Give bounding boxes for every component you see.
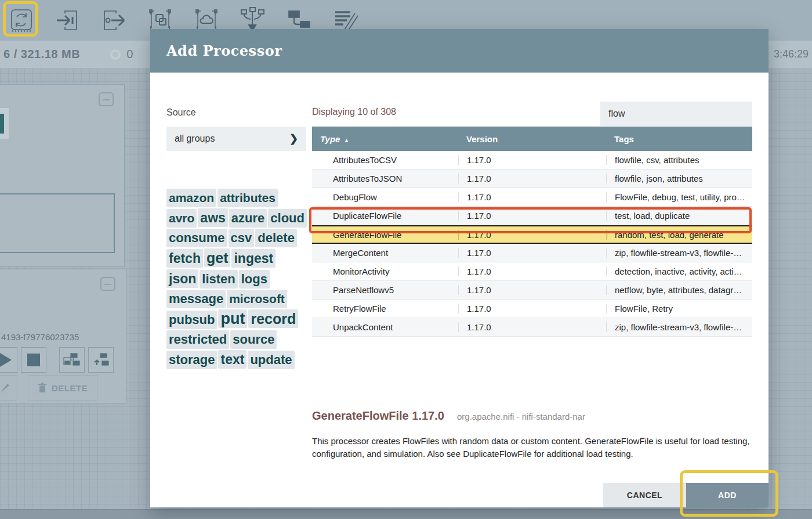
source-group-value: all groups: [175, 134, 215, 144]
tag-chip-record[interactable]: record: [248, 309, 298, 328]
source-group-select[interactable]: all groups ❯: [166, 127, 306, 151]
stop-button[interactable]: [21, 347, 46, 373]
row-type: MergeContent: [312, 248, 458, 258]
bottom-status-strip: [0, 509, 812, 519]
row-version: 1.17.0: [458, 155, 606, 165]
revert-flow-version-button[interactable]: [88, 347, 114, 373]
tag-chip-text[interactable]: text: [218, 350, 246, 369]
row-version: 1.17.0: [458, 285, 606, 295]
save-flow-icon: [63, 352, 81, 367]
row-tags: zip, flowfile-stream-v3, flowfile-…: [606, 248, 752, 258]
delete-button[interactable]: DELETE: [28, 375, 97, 401]
add-processor-dialog: Add Processor Source Displaying 10 of 30…: [150, 29, 768, 507]
row-version: 1.17.0: [458, 304, 606, 313]
row-type: RetryFlowFile: [312, 304, 458, 313]
row-type: GenerateFlowFile: [312, 230, 458, 240]
row-tags: FlowFile, Retry: [606, 304, 752, 313]
row-type: AttributesToCSV: [312, 155, 458, 165]
table-row[interactable]: RetryFlowFile 1.17.0 FlowFile, Retry: [312, 300, 752, 318]
row-version: 1.17.0: [458, 322, 606, 332]
tag-chip-pubsub[interactable]: pubsub: [166, 311, 217, 329]
table-row[interactable]: UnpackContent 1.17.0 zip, flowfile-strea…: [312, 318, 752, 337]
output-port-tool-button[interactable]: [100, 6, 128, 34]
table-row[interactable]: MonitorActivity 1.17.0 detection, inacti…: [312, 262, 752, 281]
tag-chip-attributes[interactable]: attributes: [217, 189, 278, 207]
processor-icon: [7, 6, 35, 34]
refresh-time: 3:46:29: [774, 48, 809, 60]
tag-chip-ingest[interactable]: ingest: [231, 249, 276, 268]
collapse-icon[interactable]: [100, 277, 115, 291]
dialog-title: Add Processor: [166, 42, 282, 59]
table-row[interactable]: AttributesToCSV 1.17.0 flowfile, csv, at…: [312, 151, 752, 170]
tag-chip-storage[interactable]: storage: [166, 351, 217, 369]
queued-stat: 6 / 321.18 MB: [3, 48, 80, 61]
row-tags: test, load, duplicate: [606, 211, 752, 221]
input-port-tool-button[interactable]: [53, 6, 81, 34]
tag-chip-json[interactable]: json: [166, 269, 198, 288]
tag-chip-logs[interactable]: logs: [239, 270, 270, 289]
table-row[interactable]: ParseNetflowv5 1.17.0 netflow, byte, att…: [312, 281, 752, 300]
tag-chip-get[interactable]: get: [204, 248, 231, 267]
cancel-button[interactable]: CANCEL: [603, 483, 686, 507]
tag-chip-message[interactable]: message: [166, 290, 226, 308]
source-label: Source: [166, 107, 196, 118]
tag-chip-cloud[interactable]: cloud: [268, 209, 307, 228]
table-row[interactable]: DuplicateFlowFile 1.17.0 test, load, dup…: [312, 207, 752, 225]
table-row[interactable]: AttributesToJSON 1.17.0 flowfile, json, …: [312, 170, 752, 188]
row-type: AttributesToJSON: [312, 174, 458, 183]
column-header-type[interactable]: Type▲: [312, 134, 458, 144]
delete-label: DELETE: [52, 383, 88, 393]
tag-chip-amazon[interactable]: amazon: [166, 189, 216, 207]
tag-chip-listen[interactable]: listen: [200, 270, 237, 289]
tag-chip-avro[interactable]: avro: [166, 209, 197, 228]
column-header-tags[interactable]: Tags: [606, 134, 752, 144]
selected-component-frame[interactable]: [0, 193, 115, 253]
tag-chip-aws[interactable]: aws: [198, 208, 227, 227]
transmitting-icon: [110, 49, 121, 60]
row-tags: zip, flowfile-stream-v3, flowfile-…: [606, 322, 752, 332]
filter-input[interactable]: [600, 102, 752, 126]
tag-chip-update[interactable]: update: [248, 351, 294, 369]
column-header-version[interactable]: Version: [458, 134, 606, 144]
chevron-down-icon: ❯: [289, 132, 298, 145]
trash-icon: [38, 383, 47, 393]
port-component[interactable]: [0, 107, 10, 139]
tag-chip-source[interactable]: source: [230, 330, 277, 349]
row-version: 1.17.0: [458, 266, 606, 276]
play-icon: [0, 353, 12, 367]
row-tags: detection, inactive, activity, acti…: [606, 266, 752, 276]
color-button[interactable]: [0, 375, 17, 401]
selected-processor-bundle: org.apache.nifi - nifi-standard-nar: [457, 412, 585, 421]
row-tags: flowfile, csv, attributes: [606, 155, 752, 165]
collapse-icon[interactable]: [99, 92, 114, 106]
table-header-row: Type▲ Version Tags: [312, 127, 752, 151]
tag-chip-delete[interactable]: delete: [255, 229, 297, 247]
row-tags: random, test, load, generate: [606, 230, 752, 240]
tag-chip-restricted[interactable]: restricted: [166, 330, 229, 349]
row-type: UnpackContent: [312, 322, 458, 332]
table-row[interactable]: GenerateFlowFile 1.17.0 random, test, lo…: [312, 225, 752, 244]
row-type: DebugFlow: [312, 192, 458, 202]
play-button[interactable]: [0, 347, 17, 373]
row-version: 1.17.0: [458, 174, 606, 183]
row-version: 1.17.0: [458, 211, 606, 221]
row-version: 1.17.0: [458, 230, 606, 240]
table-row[interactable]: MergeContent 1.17.0 zip, flowfile-stream…: [312, 244, 752, 262]
add-button[interactable]: ADD: [686, 483, 768, 507]
row-type: MonitorActivity: [312, 266, 458, 276]
tag-chip-azure[interactable]: azure: [229, 209, 267, 228]
sort-asc-icon: ▲: [343, 137, 349, 143]
tag-chip-consume[interactable]: consume: [166, 229, 227, 247]
table-row[interactable]: DebugFlow 1.17.0 FlowFile, debug, test, …: [312, 188, 752, 207]
tag-chip-csv[interactable]: csv: [229, 229, 255, 247]
row-type: ParseNetflowv5: [312, 285, 458, 295]
revert-flow-icon: [92, 352, 110, 367]
processor-tool-button[interactable]: [7, 6, 35, 34]
save-flow-version-button[interactable]: [59, 347, 85, 373]
tag-chip-put[interactable]: put: [218, 309, 247, 328]
tag-chip-fetch[interactable]: fetch: [166, 249, 203, 268]
processor-table: Type▲ Version Tags AttributesToCSV 1.17.…: [312, 127, 752, 337]
operate-panel-id: 4193-f79776023735: [1, 332, 79, 342]
tag-chip-microsoft[interactable]: microsoft: [227, 290, 287, 308]
row-version: 1.17.0: [458, 248, 606, 258]
